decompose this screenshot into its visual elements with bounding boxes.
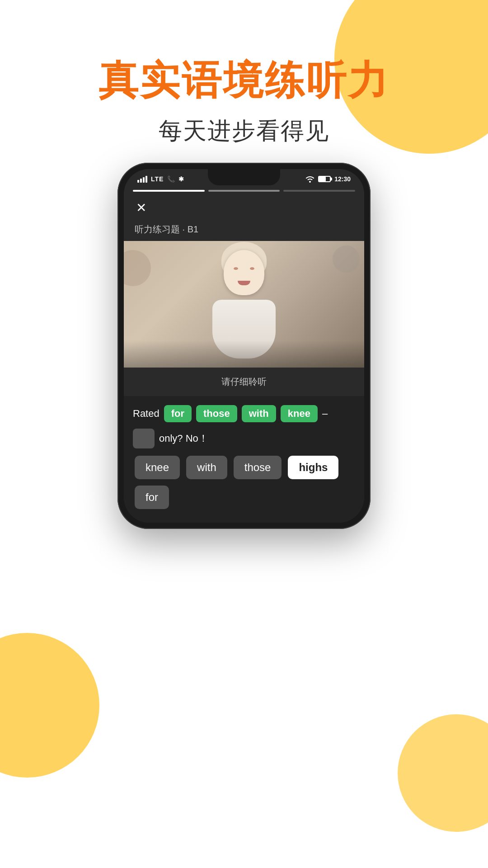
- word-tag-those[interactable]: those: [196, 405, 237, 422]
- sentence-rated: Rated: [133, 408, 160, 420]
- choice-those[interactable]: those: [234, 456, 282, 479]
- battery-icon: [318, 176, 331, 182]
- answer-panel: Rated for those with knee – only? No！ kn…: [124, 396, 364, 523]
- word-tag-knee[interactable]: knee: [281, 405, 318, 422]
- instruction-text: 请仔细聆听: [124, 368, 364, 396]
- bar4: [145, 176, 147, 183]
- progress-seg-3: [283, 190, 355, 192]
- dash-text: –: [322, 408, 328, 420]
- bar2: [140, 179, 142, 183]
- close-button[interactable]: ✕: [133, 200, 149, 216]
- progress-seg-2: [208, 190, 280, 192]
- sentence-line-2: only? No！: [133, 429, 355, 448]
- sub-title: 每天进步看得见: [0, 115, 488, 147]
- bar3: [143, 177, 145, 183]
- signal-label: LTE: [151, 175, 164, 183]
- close-icon: ✕: [136, 202, 146, 214]
- bluetooth-icon: ✱: [178, 175, 184, 183]
- progress-area: [124, 186, 364, 197]
- phone-mockup: LTE 📞 ✱ 12:30: [117, 163, 371, 529]
- word-tag-for[interactable]: for: [164, 405, 192, 422]
- call-icon: 📞: [167, 175, 175, 183]
- status-left: LTE 📞 ✱: [137, 175, 184, 183]
- video-frame: [124, 241, 364, 368]
- word-tag-with[interactable]: with: [242, 405, 276, 422]
- word-choices: knee with those highs for: [133, 456, 355, 509]
- choice-for[interactable]: for: [135, 486, 169, 509]
- choice-with[interactable]: with: [186, 456, 227, 479]
- exercise-label: 听力练习题 · B1: [124, 222, 364, 241]
- signal-bars: [137, 176, 147, 183]
- sentence-line-1: Rated for those with knee –: [133, 405, 355, 422]
- choice-highs[interactable]: highs: [288, 456, 338, 479]
- notch: [208, 169, 280, 185]
- blank-box[interactable]: [133, 429, 155, 448]
- choice-knee[interactable]: knee: [135, 456, 180, 479]
- deco-circle-bottom-left: [0, 633, 99, 778]
- status-bar: LTE 📞 ✱ 12:30: [124, 169, 364, 186]
- second-line-text: only? No！: [159, 432, 208, 445]
- battery-fill: [319, 177, 325, 181]
- progress-seg-1: [133, 190, 205, 192]
- deco-circle-bottom-right: [398, 714, 488, 832]
- header-section: 真实语境练听力 每天进步看得见: [0, 0, 488, 147]
- time-display: 12:30: [334, 175, 351, 183]
- bar1: [137, 180, 139, 183]
- status-right: 12:30: [305, 175, 351, 183]
- close-row: ✕: [124, 197, 364, 222]
- wifi-icon: [305, 175, 314, 183]
- video-overlay: [124, 340, 364, 368]
- phone-outer: LTE 📞 ✱ 12:30: [117, 163, 371, 529]
- phone-inner: LTE 📞 ✱ 12:30: [124, 169, 364, 523]
- char-head: [224, 250, 264, 295]
- main-title: 真实语境练听力: [0, 59, 488, 103]
